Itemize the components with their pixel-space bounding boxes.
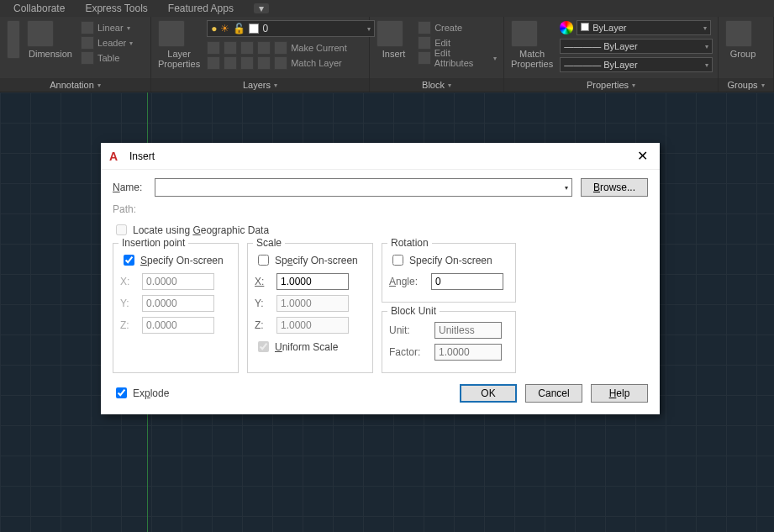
menubar: Collaborate Express Tools Featured Apps …: [0, 0, 774, 17]
linear-label: Linear: [97, 23, 124, 33]
menu-express-tools[interactable]: Express Tools: [85, 3, 147, 14]
edit-attributes-label: Edit Attributes: [434, 48, 490, 68]
insertion-legend: Insertion point: [118, 237, 188, 249]
layer-name: 0: [262, 23, 268, 34]
scale-x-field[interactable]: [276, 273, 349, 290]
scale-x-label: X:: [255, 276, 268, 287]
insert-block-button[interactable]: Insert: [376, 20, 411, 59]
scale-specify-label: Specify On-screen: [275, 255, 358, 266]
menu-featured-apps[interactable]: Featured Apps: [168, 3, 234, 14]
layer-tool-icon[interactable]: [257, 41, 271, 55]
insertion-specify-label: Specify On-screen: [140, 255, 224, 266]
layer-combo[interactable]: ● ☀ 🔓 0 ▾: [207, 20, 375, 37]
explode-label: Explode: [133, 387, 169, 399]
angle-label: Angle:: [389, 276, 423, 287]
scale-y-label: Y:: [255, 298, 268, 309]
make-current-label[interactable]: Make Current: [291, 43, 347, 53]
browse-button[interactable]: Browse...: [581, 178, 648, 197]
group-rotation: Rotation Specify On-screen Angle:: [382, 243, 516, 303]
edit-attributes-button[interactable]: Edit Attributes ▾: [418, 50, 497, 66]
layer-properties-label: Layer Properties: [158, 49, 200, 69]
layer-tool-icon[interactable]: [224, 56, 237, 70]
edit-label: Edit: [434, 38, 450, 48]
panel-layers: Layer Properties ● ☀ 🔓 0 ▾ Make: [151, 17, 370, 92]
color-wheel-icon[interactable]: [560, 21, 573, 34]
explode-checkbox[interactable]: [116, 387, 127, 398]
ins-y-label: Y:: [120, 298, 134, 309]
linear-icon: [81, 21, 94, 34]
dialog-title: Insert: [129, 150, 155, 162]
ins-x-label: X:: [120, 276, 134, 287]
scale-legend: Scale: [253, 237, 285, 249]
panel-layers-title[interactable]: Layers: [243, 80, 271, 90]
table-button[interactable]: Table: [81, 50, 133, 66]
lineweight-combo[interactable]: ———— ByLayer▾: [560, 39, 713, 54]
ribbon: Dimension Linear▾ Leader▾ Table Annotati…: [0, 17, 774, 92]
panel-groups: Group Groups ▾: [719, 17, 774, 92]
match-properties-button[interactable]: Match Properties: [511, 20, 553, 69]
scale-z-field: [276, 317, 349, 334]
rotation-specify-checkbox[interactable]: [392, 255, 403, 266]
unit-field: [434, 322, 502, 339]
path-label: Path:: [113, 203, 146, 215]
match-layer-icon[interactable]: [274, 56, 287, 70]
panel-block-title[interactable]: Block: [422, 80, 445, 90]
panel-annotation-title[interactable]: Annotation: [50, 80, 94, 90]
leader-icon: [81, 36, 94, 50]
insertion-specify-checkbox[interactable]: [124, 255, 134, 266]
block-unit-legend: Block Unit: [387, 305, 440, 317]
text-button[interactable]: [7, 20, 20, 61]
group-scale: Scale Specify On-screen X: Y: Z: Uniform…: [247, 243, 373, 373]
geo-checkbox: [116, 224, 127, 235]
edit-attributes-icon: [418, 51, 431, 65]
close-icon[interactable]: ✕: [634, 148, 651, 164]
help-button[interactable]: Help: [591, 384, 648, 403]
ok-button[interactable]: OK: [460, 384, 517, 403]
leader-button[interactable]: Leader▾: [81, 35, 133, 50]
ins-z-field: [142, 317, 214, 334]
layer-tool-icon[interactable]: [207, 56, 220, 70]
linetype-combo[interactable]: ———— ByLayer▾: [560, 57, 713, 72]
match-properties-label: Match Properties: [511, 49, 553, 69]
dialog-titlebar: Insert ✕: [101, 143, 660, 170]
insert-label: Insert: [382, 49, 406, 59]
layer-tool-icon[interactable]: [207, 41, 220, 55]
leader-label: Leader: [97, 38, 126, 48]
panel-annotation: Dimension Linear▾ Leader▾ Table Annotati…: [0, 17, 151, 92]
group-button[interactable]: Group: [725, 20, 761, 59]
panel-groups-title[interactable]: Groups: [727, 80, 757, 90]
edit-icon: [418, 36, 431, 50]
factor-field: [434, 344, 502, 361]
lineweight-value: ByLayer: [603, 41, 637, 51]
ins-x-field: [142, 273, 214, 290]
dimension-button[interactable]: Dimension: [27, 20, 74, 59]
insert-block-icon: [376, 20, 403, 47]
table-icon: [81, 51, 94, 65]
create-block-button[interactable]: Create: [418, 20, 497, 35]
match-layer-label[interactable]: Match Layer: [291, 58, 342, 68]
layer-properties-icon: [158, 20, 185, 47]
name-select[interactable]: ▾: [155, 178, 572, 197]
menu-collaborate[interactable]: Collaborate: [13, 3, 65, 14]
angle-field[interactable]: [431, 273, 503, 290]
linear-button[interactable]: Linear▾: [81, 20, 133, 35]
cancel-button[interactable]: Cancel: [525, 384, 582, 403]
layer-tool-icon[interactable]: [240, 56, 254, 70]
layer-tool-icon[interactable]: [257, 56, 271, 70]
scale-y-field: [276, 295, 349, 312]
uniform-scale-label: Uniform Scale: [275, 341, 338, 353]
panel-properties-title[interactable]: Properties: [587, 80, 629, 90]
dimension-icon: [27, 20, 54, 47]
name-label: Name:: [113, 182, 146, 193]
layer-tool-icon[interactable]: [240, 41, 254, 55]
make-current-icon[interactable]: [274, 41, 287, 55]
layer-tool-icon[interactable]: [224, 41, 237, 55]
ins-y-field: [142, 295, 214, 312]
layer-properties-button[interactable]: Layer Properties: [158, 20, 200, 69]
autocad-logo-icon: [109, 150, 123, 163]
ribbon-overflow-icon[interactable]: ▾: [254, 3, 269, 13]
group-label: Group: [730, 49, 756, 59]
group-block-unit: Block Unit Unit: Factor:: [382, 311, 516, 373]
scale-specify-checkbox[interactable]: [258, 255, 269, 266]
color-combo[interactable]: ByLayer ▾: [577, 20, 711, 35]
